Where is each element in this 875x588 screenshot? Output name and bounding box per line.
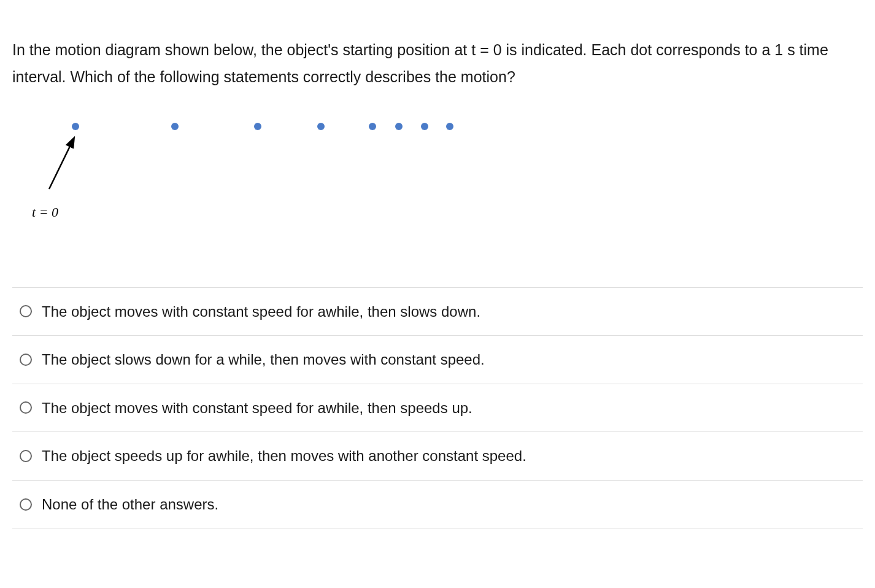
motion-dot xyxy=(395,123,403,130)
radio-icon xyxy=(20,354,32,366)
option-2[interactable]: The object slows down for a while, then … xyxy=(12,336,863,384)
motion-dot xyxy=(171,123,179,130)
motion-diagram: t = 0 xyxy=(12,115,863,250)
option-label: The object moves with constant speed for… xyxy=(42,301,480,322)
start-time-label: t = 0 xyxy=(32,204,58,220)
motion-dots xyxy=(72,123,453,130)
option-label: None of the other answers. xyxy=(42,494,218,515)
option-label: The object slows down for a while, then … xyxy=(42,349,485,370)
option-1[interactable]: The object moves with constant speed for… xyxy=(12,288,863,336)
motion-dot xyxy=(317,123,325,130)
motion-dot xyxy=(421,123,428,130)
option-label: The object speeds up for awhile, then mo… xyxy=(42,446,526,466)
motion-dot xyxy=(446,123,453,130)
diagram-svg xyxy=(12,115,503,226)
question-container: In the motion diagram shown below, the o… xyxy=(0,0,875,541)
motion-dot xyxy=(369,123,376,130)
option-label: The object moves with constant speed for… xyxy=(42,398,472,419)
radio-icon xyxy=(20,401,32,414)
option-3[interactable]: The object moves with constant speed for… xyxy=(12,384,863,433)
option-4[interactable]: The object speeds up for awhile, then mo… xyxy=(12,432,863,481)
option-5[interactable]: None of the other answers. xyxy=(12,481,863,529)
motion-dot xyxy=(72,123,79,130)
start-arrow-icon xyxy=(49,139,74,189)
radio-icon xyxy=(20,450,32,462)
motion-dot xyxy=(254,123,261,130)
radio-icon xyxy=(20,305,32,317)
radio-icon xyxy=(20,498,32,511)
question-prompt: In the motion diagram shown below, the o… xyxy=(12,37,863,91)
options-list: The object moves with constant speed for… xyxy=(12,287,863,529)
